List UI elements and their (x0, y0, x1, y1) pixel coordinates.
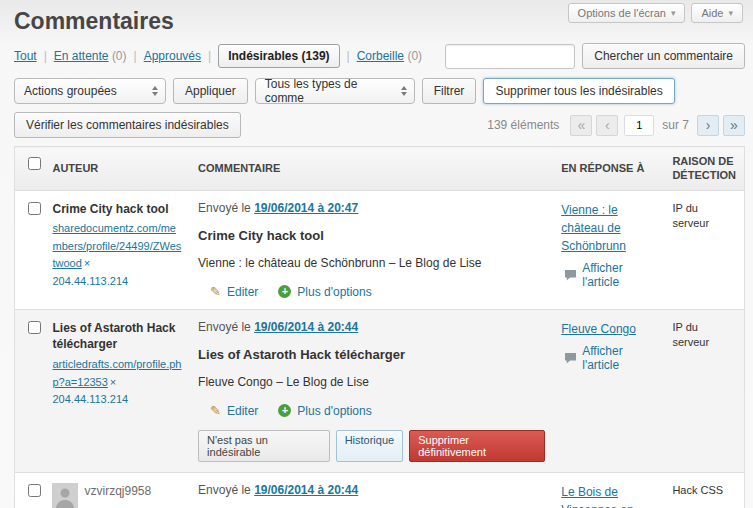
comment-cell: Envoyé le 19/06/2014 à 20:44 it alkohol … (190, 472, 553, 508)
response-post-link[interactable]: Fleuve Congo (561, 322, 636, 336)
select-arrows-icon (152, 86, 158, 96)
row-checkbox[interactable] (28, 202, 41, 215)
comment-type-selected: Tous les types de comme (265, 77, 391, 105)
help-button[interactable]: Aide ▾ (691, 3, 743, 23)
response-post-link[interactable]: Le Bois de Vincennes en hiver (561, 485, 634, 508)
row-checkbox[interactable] (28, 484, 41, 497)
filter-approved[interactable]: Approuvés (144, 49, 201, 63)
row-checkbox[interactable] (28, 321, 41, 334)
comment-excerpt: Fleuve Congo – Le Blog de Lise (198, 373, 545, 391)
edit-link[interactable]: ✎ Editer (210, 285, 258, 299)
filter-trash-count: (0) (407, 49, 422, 63)
response-cell: Le Bois de Vincennes en hiver Afficher l… (553, 472, 664, 508)
comment-row: vzvirzqj9958 supraschuhebillig.net× 6g6j… (15, 472, 745, 508)
table-header-row: AUTEUR COMMENTAIRE EN RÉPONSE À RAISON D… (15, 147, 745, 191)
filter-spam-current[interactable]: Indésirables (139) (218, 44, 339, 68)
screen-options-label: Options de l'écran (578, 7, 666, 19)
select-arrows-icon (401, 86, 407, 96)
secondary-toolbar: Vérifier les commentaires indésirables 1… (14, 112, 745, 138)
pencil-icon: ✎ (210, 285, 221, 298)
bulk-actions-toolbar: Actions groupées Appliquer Tous les type… (14, 78, 745, 104)
delete-all-spam-button[interactable]: Supprimer tous les indésirables (483, 78, 674, 104)
search-button[interactable]: Chercher un commentaire (582, 43, 745, 69)
edit-label: Editer (227, 285, 258, 299)
detection-reason: IP du serveur (664, 190, 744, 309)
column-header-comment: COMMENTAIRE (190, 147, 553, 191)
author-ip-link[interactable]: 204.44.113.214 (52, 391, 128, 409)
comments-admin-page: Options de l'écran ▾ Aide ▾ Commentaires… (0, 0, 753, 508)
view-post-link[interactable]: Afficher l'article (561, 344, 656, 372)
comment-title: Crime City hack tool (198, 228, 545, 243)
comment-cell: Envoyé le 19/06/2014 à 20:44 Lies of Ast… (190, 309, 553, 472)
total-pages-label: sur 7 (662, 118, 689, 132)
filter-all[interactable]: Tout (14, 49, 37, 63)
author-ip-link[interactable]: 204.44.113.214 (52, 273, 128, 291)
edit-label: Editer (227, 404, 258, 418)
comment-type-select[interactable]: Tous les types de comme (255, 78, 415, 104)
more-options-label: Plus d'options (297, 404, 371, 418)
last-page-button[interactable]: » (723, 115, 745, 136)
help-label: Aide (701, 7, 723, 19)
check-spam-button[interactable]: Vérifier les commentaires indésirables (14, 112, 241, 138)
filter-button[interactable]: Filtrer (422, 78, 477, 104)
more-options-link[interactable]: + Plus d'options (278, 285, 371, 299)
filter-trash-label: Corbeille (357, 49, 404, 63)
row-actions: ✎ Editer + Plus d'options (198, 285, 545, 299)
comments-table: AUTEUR COMMENTAIRE EN RÉPONSE À RAISON D… (14, 146, 745, 508)
column-header-response: EN RÉPONSE À (553, 147, 664, 191)
comment-row: Crime City hack tool sharedocumentz.com/… (15, 190, 745, 309)
view-post-label: Afficher l'article (582, 261, 656, 289)
author-url-link[interactable]: articledrafts.com/profile.php?a=12353 (52, 358, 181, 387)
author-name: Lies of Astaroth Hack télécharger (52, 320, 182, 354)
separator: | (347, 49, 350, 63)
history-button[interactable]: Historique (336, 430, 404, 462)
remove-url-link[interactable]: × (110, 376, 116, 388)
sent-label: Envoyé le (198, 483, 251, 497)
comment-date-link[interactable]: 19/06/2014 à 20:44 (254, 483, 358, 497)
author-cell: Lies of Astaroth Hack télécharger articl… (44, 309, 190, 472)
author-cell: vzvirzqj9958 supraschuhebillig.net× 6g6j… (44, 472, 190, 508)
response-post-link[interactable]: Vienne : le château de Schönbrunn (561, 203, 626, 253)
pagination: 139 éléments « ‹ sur 7 › » (487, 115, 745, 136)
filter-trash[interactable]: Corbeille (357, 49, 404, 63)
filter-pending[interactable]: En attente (54, 49, 109, 63)
author-cell: Crime City hack tool sharedocumentz.com/… (44, 190, 190, 309)
prev-page-button[interactable]: ‹ (596, 115, 618, 136)
bulk-actions-select[interactable]: Actions groupées (14, 78, 166, 104)
comment-date-link[interactable]: 19/06/2014 à 20:44 (254, 320, 358, 334)
detection-reason: Hack CSS (664, 472, 744, 508)
filter-pending-label: En attente (54, 49, 109, 63)
select-all-checkbox[interactable] (28, 157, 41, 170)
edit-link[interactable]: ✎ Editer (210, 404, 258, 418)
bulk-actions-selected: Actions groupées (24, 84, 117, 98)
next-page-button[interactable]: › (697, 115, 719, 136)
search-input[interactable] (445, 44, 575, 69)
comment-excerpt: Vienne : le château de Schönbrunn – Le B… (198, 254, 545, 272)
not-spam-button[interactable]: N'est pas un indésirable (198, 430, 330, 462)
comment-bubble-icon (564, 352, 577, 364)
view-post-link[interactable]: Afficher l'article (561, 261, 656, 289)
status-filters: Tout | En attente (0) | Approuvés | Indé… (14, 44, 422, 68)
search-box: Chercher un commentaire (445, 43, 745, 69)
separator: | (44, 49, 47, 63)
delete-permanently-button[interactable]: Supprimer définitivement (409, 430, 545, 462)
filter-pending-count: (0) (112, 49, 127, 63)
filter-spam-count: (139) (302, 49, 330, 63)
author-url-link[interactable]: sharedocumentz.com/members/profile/24499… (52, 222, 181, 269)
column-header-reason: RAISON DE DÉTECTION (664, 147, 744, 191)
more-options-link[interactable]: + Plus d'options (278, 404, 371, 418)
filter-row: Tout | En attente (0) | Approuvés | Indé… (14, 43, 745, 69)
plus-icon: + (278, 404, 291, 417)
screen-options-button[interactable]: Options de l'écran ▾ (568, 3, 686, 23)
comment-date-link[interactable]: 19/06/2014 à 20:47 (254, 201, 358, 215)
remove-url-link[interactable]: × (84, 257, 90, 269)
avatar (52, 483, 78, 508)
first-page-button[interactable]: « (570, 115, 592, 136)
items-count: 139 éléments (487, 118, 559, 132)
screen-meta: Options de l'écran ▾ Aide ▾ (568, 3, 743, 23)
plus-icon: + (278, 285, 291, 298)
current-page-input[interactable] (624, 115, 654, 136)
comment-cell: Envoyé le 19/06/2014 à 20:47 Crime City … (190, 190, 553, 309)
pencil-icon: ✎ (210, 404, 221, 417)
apply-button[interactable]: Appliquer (173, 78, 248, 104)
